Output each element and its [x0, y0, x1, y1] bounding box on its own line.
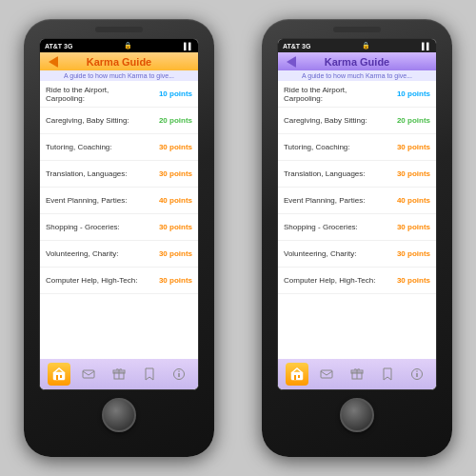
karma-points-5: 30 points [149, 223, 192, 231]
karma-points-p2-1: 20 points [387, 116, 430, 125]
karma-points-1: 20 points [149, 116, 192, 125]
screen-header-1: Karma Guide [40, 52, 198, 70]
svg-rect-1 [56, 375, 58, 380]
info-icon [172, 367, 186, 381]
gift-icon [112, 367, 126, 381]
status-bar-2: AT&T 3G 🔒 ▌▌ [278, 39, 436, 52]
screen-header-2: Karma Guide [278, 52, 436, 70]
karma-label-0: Ride to the Airport, Carpooling: [46, 86, 149, 103]
tab-info-1[interactable] [168, 363, 190, 386]
tab-gift-1[interactable] [108, 363, 130, 386]
phone-1: AT&T 3G 🔒 ▌▌ Karma Guide A guide to how … [24, 19, 214, 457]
karma-item-p2-5[interactable]: Shopping - Groceries: 30 points [278, 214, 436, 241]
karma-list-1: Ride to the Airport, Carpooling: 10 poin… [40, 81, 198, 359]
karma-item-p2-0[interactable]: Ride to the Airport, Carpooling: 10 poin… [278, 81, 436, 108]
back-button-2[interactable] [283, 54, 300, 69]
tab-bar-2 [278, 359, 436, 389]
karma-item-p2-4[interactable]: Event Planning, Parties: 40 points [278, 188, 436, 214]
phone-speaker-2 [333, 27, 381, 32]
karma-label-p2-0: Ride to the Airport, Carpooling: [284, 86, 387, 103]
karma-item-2[interactable]: Tutoring, Coaching: 30 points [40, 134, 198, 161]
tab-messages-2[interactable] [315, 363, 338, 386]
home-button-2[interactable] [340, 398, 374, 432]
tab-home-2[interactable] [286, 363, 308, 386]
karma-points-6: 30 points [149, 249, 192, 258]
tab-gift-2[interactable] [346, 363, 368, 386]
phone-screen-2: AT&T 3G 🔒 ▌▌ Karma Guide A guide to how … [277, 38, 437, 390]
karma-label-p2-3: Translation, Languages: [284, 169, 387, 178]
karma-label-p2-6: Volunteering, Charity: [284, 249, 387, 258]
lock-1: 🔒 [124, 42, 132, 50]
tab-bar-1 [40, 359, 198, 389]
karma-points-7: 30 points [149, 276, 192, 285]
status-bar-1: AT&T 3G 🔒 ▌▌ [40, 39, 198, 52]
svg-rect-13 [321, 370, 332, 378]
back-arrow-icon-1 [49, 56, 58, 68]
karma-points-4: 40 points [149, 196, 192, 205]
svg-rect-11 [294, 375, 296, 380]
carrier-2: AT&T 3G [283, 43, 310, 50]
svg-rect-12 [298, 375, 300, 378]
info-icon-2 [410, 367, 424, 381]
phone-2: AT&T 3G 🔒 ▌▌ Karma Guide A guide to how … [262, 19, 452, 457]
home-button-1[interactable] [102, 398, 136, 432]
tab-messages-1[interactable] [77, 363, 100, 386]
battery-2: ▌▌ [422, 43, 431, 50]
karma-item-0[interactable]: Ride to the Airport, Carpooling: 10 poin… [40, 81, 198, 108]
karma-label-p2-7: Computer Help, High-Tech: [284, 276, 387, 285]
karma-points-p2-5: 30 points [387, 223, 430, 231]
bookmark-icon [143, 367, 156, 381]
tab-home-1[interactable] [48, 363, 70, 386]
karma-points-p2-4: 40 points [387, 196, 430, 205]
carrier-1: AT&T 3G [45, 43, 72, 50]
tab-bookmark-2[interactable] [376, 363, 399, 386]
karma-points-p2-2: 30 points [387, 143, 430, 151]
karma-item-p2-3[interactable]: Translation, Languages: 30 points [278, 161, 436, 188]
karma-item-5[interactable]: Shopping - Groceries: 30 points [40, 214, 198, 241]
envelope-icon [82, 367, 95, 381]
svg-rect-3 [83, 370, 94, 378]
karma-label-p2-1: Caregiving, Baby Sitting: [284, 116, 387, 125]
tab-bookmark-1[interactable] [138, 363, 161, 386]
karma-label-3: Translation, Languages: [46, 169, 149, 178]
karma-label-5: Shopping - Groceries: [46, 223, 149, 231]
tab-info-2[interactable] [406, 363, 428, 386]
svg-rect-2 [60, 375, 62, 378]
karma-label-p2-2: Tutoring, Coaching: [284, 143, 387, 151]
screen-title-1: Karma Guide [87, 56, 151, 68]
karma-label-1: Caregiving, Baby Sitting: [46, 116, 149, 125]
karma-item-p2-7[interactable]: Computer Help, High-Tech: 30 points [278, 268, 436, 294]
phone-screen-1: AT&T 3G 🔒 ▌▌ Karma Guide A guide to how … [39, 38, 199, 390]
svg-rect-0 [53, 372, 65, 380]
envelope-icon-2 [320, 367, 333, 381]
lock-2: 🔒 [362, 42, 370, 50]
karma-label-6: Volunteering, Charity: [46, 249, 149, 258]
karma-item-1[interactable]: Caregiving, Baby Sitting: 20 points [40, 108, 198, 134]
karma-list-2: Ride to the Airport, Carpooling: 10 poin… [278, 81, 436, 359]
screen-subtitle-1: A guide to how much Karma to give... [40, 70, 198, 81]
karma-points-3: 30 points [149, 169, 192, 178]
battery-1: ▌▌ [184, 43, 193, 50]
karma-label-2: Tutoring, Coaching: [46, 143, 149, 151]
home-icon [52, 367, 66, 381]
bookmark-icon-2 [381, 367, 394, 381]
karma-label-4: Event Planning, Parties: [46, 196, 149, 205]
karma-item-3[interactable]: Translation, Languages: 30 points [40, 161, 198, 188]
karma-points-p2-3: 30 points [387, 169, 430, 178]
karma-item-p2-1[interactable]: Caregiving, Baby Sitting: 20 points [278, 108, 436, 134]
gift-icon-2 [350, 367, 364, 381]
karma-item-p2-6[interactable]: Volunteering, Charity: 30 points [278, 241, 436, 268]
svg-point-9 [178, 370, 180, 372]
karma-item-7[interactable]: Computer Help, High-Tech: 30 points [40, 268, 198, 294]
svg-rect-10 [291, 372, 303, 380]
karma-label-p2-5: Shopping - Groceries: [284, 223, 387, 231]
svg-point-19 [416, 370, 418, 372]
karma-item-p2-2[interactable]: Tutoring, Coaching: 30 points [278, 134, 436, 161]
karma-item-6[interactable]: Volunteering, Charity: 30 points [40, 241, 198, 268]
back-button-1[interactable] [45, 54, 62, 69]
karma-item-4[interactable]: Event Planning, Parties: 40 points [40, 188, 198, 214]
home-icon-2 [290, 367, 304, 381]
screen-title-2: Karma Guide [325, 56, 389, 68]
karma-label-p2-4: Event Planning, Parties: [284, 196, 387, 205]
back-arrow-icon-2 [287, 56, 296, 68]
